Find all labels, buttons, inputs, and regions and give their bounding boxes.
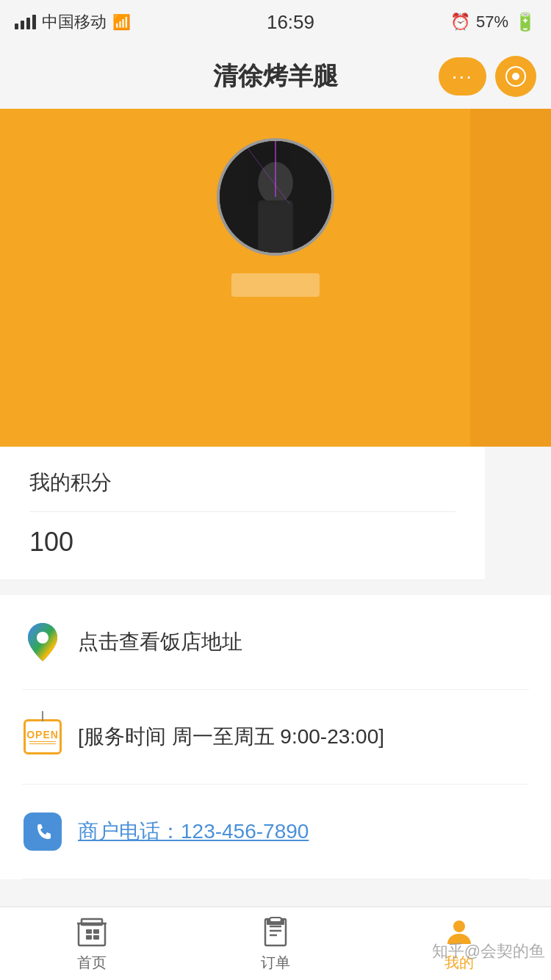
alarm-icon: ⏰: [450, 12, 470, 32]
status-bar: 中国移动 📶 16:59 ⏰ 57% 🔋: [0, 0, 551, 44]
hero-section: [0, 109, 551, 447]
battery-text: 57%: [476, 12, 508, 32]
status-left: 中国移动 📶: [15, 11, 131, 33]
maps-pin-icon: [22, 621, 63, 663]
hero-fold: [470, 109, 551, 447]
page-title: 清徐烤羊腿: [213, 60, 338, 93]
points-card: 我的积分 100: [0, 447, 485, 580]
qr-icon: [505, 65, 527, 87]
tab-home[interactable]: 首页: [0, 915, 184, 973]
home-icon: [74, 915, 109, 950]
svg-rect-4: [258, 201, 293, 253]
tab-home-label: 首页: [77, 953, 107, 973]
hours-text: [服务时间 周一至周五 9:00-23:00]: [78, 723, 384, 751]
wifi-icon: 📶: [112, 13, 131, 31]
more-dots-icon: ···: [452, 65, 473, 88]
phone-icon-circle: [24, 813, 62, 851]
points-value: 100: [29, 527, 455, 558]
open-sign: OPEN: [24, 719, 62, 754]
phone-text[interactable]: 商户电话：123-456-7890: [78, 818, 309, 846]
svg-rect-20: [270, 918, 281, 922]
svg-rect-8: [79, 923, 105, 945]
info-list: 点击查看饭店地址 OPEN [服务时间 周一至周五 9:00-23:00] 商户…: [0, 595, 551, 879]
avatar: [217, 138, 334, 256]
signal-icon: [15, 15, 36, 29]
orders-icon: [258, 915, 293, 950]
svg-rect-9: [86, 929, 92, 934]
nav-bar: 清徐烤羊腿 ···: [0, 44, 551, 109]
phone-icon: [22, 811, 63, 852]
phone-item[interactable]: 商户电话：123-456-7890: [22, 785, 529, 879]
svg-point-21: [453, 920, 465, 932]
status-time: 16:59: [267, 11, 314, 34]
watermark: 知乎@会契的鱼: [426, 937, 551, 965]
tab-orders-label: 订单: [261, 953, 290, 973]
svg-point-1: [512, 73, 519, 80]
address-item[interactable]: 点击查看饭店地址: [22, 595, 529, 690]
nav-right-buttons: ···: [439, 56, 536, 97]
hours-item: OPEN [服务时间 周一至周五 9:00-23:00]: [22, 690, 529, 785]
svg-rect-11: [86, 935, 92, 940]
avatar-image: [220, 141, 331, 253]
watermark-text: 知乎@会契的鱼: [432, 942, 545, 960]
more-button[interactable]: ···: [439, 57, 486, 96]
address-text: 点击查看饭店地址: [78, 628, 242, 656]
svg-rect-12: [93, 935, 99, 940]
battery-icon: 🔋: [514, 12, 536, 32]
svg-point-7: [37, 632, 48, 644]
status-right: ⏰ 57% 🔋: [450, 12, 536, 32]
shop-name-tag: [231, 273, 320, 297]
avatar-svg: [220, 141, 331, 253]
carrier-text: 中国移动: [42, 11, 107, 33]
tab-orders[interactable]: 订单: [184, 915, 367, 973]
qr-button[interactable]: [495, 56, 536, 97]
svg-rect-10: [93, 929, 99, 934]
open-sign-icon: OPEN: [22, 716, 63, 757]
points-label: 我的积分: [29, 469, 455, 497]
points-divider: [29, 511, 455, 512]
